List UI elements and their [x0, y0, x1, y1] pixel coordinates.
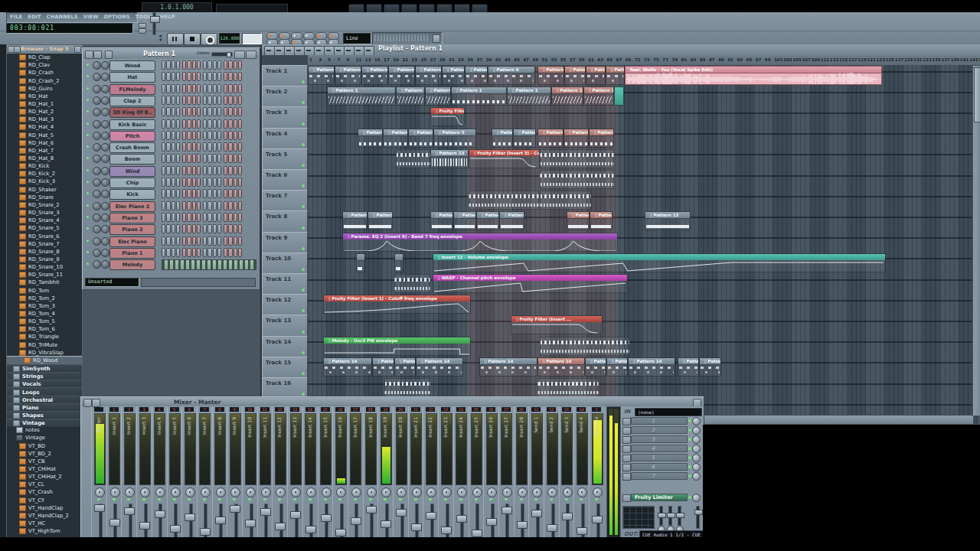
step-cell[interactable] — [207, 201, 211, 210]
channel-button[interactable]: Elec Piano — [109, 236, 155, 247]
strip-fader-handle[interactable] — [155, 510, 165, 518]
step-cell[interactable] — [234, 119, 237, 129]
strip-fader-handle[interactable] — [517, 521, 528, 529]
fx-slot-enable-led[interactable] — [688, 474, 691, 478]
channel-vol-knob[interactable] — [101, 108, 109, 116]
time-down-button[interactable] — [139, 28, 146, 34]
step-cell[interactable] — [197, 119, 201, 129]
step-cell[interactable] — [224, 166, 227, 175]
pattern-clip[interactable]: Pattern 3 — [465, 66, 488, 85]
strip-fader-handle[interactable] — [501, 507, 512, 514]
step-cell[interactable] — [197, 166, 201, 175]
mixer-strip-insert-5[interactable]: 5Insert 5 — [167, 406, 182, 538]
strip-pan-knob[interactable] — [472, 487, 482, 497]
step-cell[interactable] — [207, 189, 211, 198]
track-mute-led[interactable] — [302, 80, 305, 83]
browser-item-rd_snare_11[interactable]: RD_Snare_11 — [7, 271, 83, 279]
fx-slot-enable-led[interactable] — [688, 456, 691, 459]
step-cell[interactable] — [182, 107, 186, 116]
step-cell[interactable] — [213, 60, 217, 70]
strip-pan-knob[interactable] — [518, 487, 528, 497]
strip-fader-handle[interactable] — [200, 528, 211, 536]
master-volume-slider[interactable] — [152, 12, 156, 35]
step-cell[interactable] — [213, 213, 217, 222]
fx-slot-name[interactable]: 7 — [631, 472, 688, 480]
strip-pan-knob[interactable] — [502, 487, 512, 497]
channel-enable-led[interactable] — [87, 181, 89, 183]
step-cell[interactable] — [234, 84, 237, 93]
fx-slot-3[interactable]: 3 — [622, 435, 701, 443]
step-cell[interactable] — [213, 96, 217, 105]
channel-pan-knob[interactable] — [93, 96, 101, 105]
step-cell[interactable] — [203, 166, 207, 175]
pattern-clip[interactable]: Pattern 3 — [564, 129, 589, 148]
step-cell[interactable] — [187, 224, 191, 233]
track-mute-led[interactable] — [302, 227, 305, 230]
fx-slot-mix-knob[interactable] — [692, 472, 701, 481]
pattern-clip[interactable]: Pattern 3 — [388, 66, 415, 85]
pattern-clip[interactable]: Pattern 3 — [537, 66, 564, 85]
fx-slot-name[interactable]: 2 — [631, 426, 688, 434]
browser-item-rd_tom_5[interactable]: RD_Tom_5 — [7, 318, 83, 325]
step-cell[interactable] — [187, 96, 191, 105]
step-cell[interactable] — [192, 189, 196, 198]
strip-fader-handle[interactable] — [230, 505, 240, 513]
step-cell[interactable] — [166, 154, 170, 163]
pattern-clip[interactable]: Pattern 14 — [416, 357, 463, 377]
track-header-9[interactable]: Track 9 — [262, 232, 308, 253]
channel-vol-knob[interactable] — [101, 96, 109, 105]
fx-slot-name[interactable]: 6 — [631, 463, 688, 471]
strip-enable-led[interactable] — [218, 498, 221, 500]
channel-button[interactable]: Clap 2 — [109, 96, 155, 106]
step-cell[interactable] — [203, 60, 207, 70]
step-cell[interactable] — [234, 224, 237, 233]
strip-pan-knob[interactable] — [110, 487, 120, 497]
step-cell[interactable] — [224, 224, 227, 233]
pattern-clip[interactable]: Pattern 5 — [408, 129, 433, 148]
strip-fader-handle[interactable] — [531, 510, 542, 517]
strip-enable-led[interactable] — [338, 498, 341, 500]
channel-button[interactable]: Kick Basic — [109, 119, 155, 130]
step-cell[interactable] — [207, 60, 211, 70]
step-cell[interactable] — [166, 131, 170, 140]
strip-fader-handle[interactable] — [335, 529, 346, 536]
step-cell[interactable] — [203, 189, 207, 198]
pattern-clip[interactable]: Pattern 4 — [358, 129, 383, 148]
strip-fader-handle[interactable] — [441, 527, 452, 534]
strip-pan-knob[interactable] — [577, 487, 587, 497]
channel-vol-knob[interactable] — [101, 178, 109, 187]
step-cell[interactable] — [172, 96, 175, 105]
step-cell[interactable] — [176, 213, 180, 222]
strip-pan-knob[interactable] — [381, 487, 391, 497]
pattern-clip[interactable]: Pattern 3 — [442, 66, 465, 85]
step-cell[interactable] — [172, 131, 175, 140]
pattern-clip[interactable]: Pattern 1 — [507, 86, 551, 106]
channel-pan-knob[interactable] — [93, 120, 101, 129]
step-cell[interactable] — [197, 178, 201, 187]
browser-item-notes[interactable]: notes — [7, 426, 83, 434]
pattern-clip[interactable] — [394, 274, 430, 293]
step-cell[interactable] — [217, 236, 221, 246]
step-cell[interactable] — [162, 213, 165, 222]
strip-fader-handle[interactable] — [562, 513, 573, 520]
pattern-clip[interactable] — [540, 337, 629, 356]
strip-pan-knob[interactable] — [230, 487, 240, 497]
mixer-strip-insert-18[interactable]: 18Insert 18 — [363, 406, 378, 538]
strip-fader[interactable] — [309, 504, 313, 539]
step-cell[interactable] — [182, 72, 186, 81]
track-mute-led[interactable] — [302, 331, 305, 334]
strip-fader-handle[interactable] — [486, 518, 497, 526]
step-cell[interactable] — [176, 154, 180, 163]
strip-enable-led[interactable] — [369, 498, 372, 500]
step-cell[interactable] — [238, 213, 242, 222]
strip-enable-led[interactable] — [188, 498, 191, 500]
step-cell[interactable] — [187, 60, 191, 70]
step-cell[interactable] — [213, 189, 217, 198]
step-cell[interactable] — [192, 201, 196, 210]
pattern-clip[interactable]: Pattern 3 — [589, 129, 614, 148]
step-cell[interactable] — [224, 213, 227, 222]
channel-pan-knob[interactable] — [93, 167, 101, 175]
step-cell[interactable] — [234, 166, 237, 175]
snap-selector[interactable]: Line — [343, 33, 371, 44]
pattern-clip[interactable]: Pattern 1 — [583, 86, 614, 106]
